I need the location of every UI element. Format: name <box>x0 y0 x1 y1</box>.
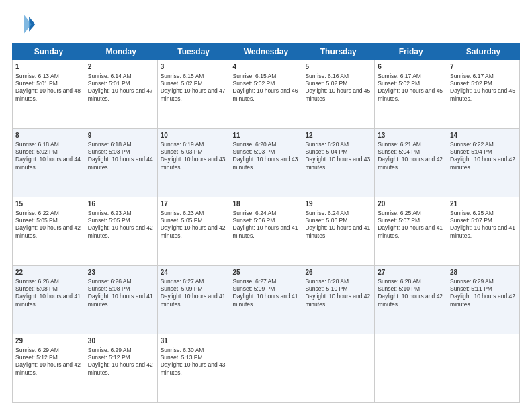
day-number: 30 <box>88 336 154 346</box>
calendar-cell: 13Sunrise: 6:21 AMSunset: 5:04 PMDayligh… <box>375 129 447 197</box>
calendar-cell: 28Sunrise: 6:29 AMSunset: 5:11 PMDayligh… <box>447 266 520 334</box>
sunset: Sunset: 5:02 PM <box>161 80 203 87</box>
calendar-cell: 18Sunrise: 6:24 AMSunset: 5:06 PMDayligh… <box>230 197 302 266</box>
sunrise: Sunrise: 6:23 AM <box>161 210 204 216</box>
daylight: Daylight: 10 hours and 45 minutes. <box>450 87 515 101</box>
day-number: 22 <box>15 268 82 277</box>
sunrise: Sunrise: 6:24 AM <box>305 210 349 216</box>
calendar-cell: 5Sunrise: 6:16 AMSunset: 5:02 PMDaylight… <box>302 60 375 129</box>
sunrise: Sunrise: 6:14 AM <box>88 73 132 79</box>
calendar-week-4: 29Sunrise: 6:29 AMSunset: 5:12 PMDayligh… <box>13 334 520 403</box>
sunrise: Sunrise: 6:28 AM <box>378 278 421 285</box>
daylight: Daylight: 10 hours and 41 minutes. <box>88 293 153 307</box>
sunset: Sunset: 5:06 PM <box>305 217 347 224</box>
day-number: 16 <box>88 199 154 209</box>
sunrise: Sunrise: 6:24 AM <box>233 210 277 216</box>
day-number: 2 <box>88 62 154 72</box>
calendar-cell: 24Sunrise: 6:27 AMSunset: 5:09 PMDayligh… <box>157 266 230 334</box>
sunset: Sunset: 5:03 PM <box>88 148 130 155</box>
calendar-cell: 17Sunrise: 6:23 AMSunset: 5:05 PMDayligh… <box>157 197 230 266</box>
day-number: 26 <box>305 268 371 277</box>
logo <box>12 12 39 36</box>
sunset: Sunset: 5:02 PM <box>378 80 420 87</box>
sunset: Sunset: 5:09 PM <box>233 285 275 292</box>
sunrise: Sunrise: 6:22 AM <box>450 141 494 148</box>
day-number: 31 <box>161 336 227 346</box>
calendar-cell: 26Sunrise: 6:28 AMSunset: 5:10 PMDayligh… <box>302 266 375 334</box>
daylight: Daylight: 10 hours and 44 minutes. <box>88 156 153 170</box>
daylight: Daylight: 10 hours and 41 minutes. <box>233 293 298 307</box>
day-number: 29 <box>15 336 82 346</box>
daylight: Daylight: 10 hours and 41 minutes. <box>233 224 298 238</box>
sunrise: Sunrise: 6:21 AM <box>378 141 421 148</box>
daylight: Daylight: 10 hours and 42 minutes. <box>15 224 81 238</box>
calendar-cell: 31Sunrise: 6:30 AMSunset: 5:13 PMDayligh… <box>157 334 230 403</box>
calendar-cell: 10Sunrise: 6:19 AMSunset: 5:03 PMDayligh… <box>157 129 230 197</box>
calendar-cell: 29Sunrise: 6:29 AMSunset: 5:12 PMDayligh… <box>13 334 85 403</box>
calendar-cell: 15Sunrise: 6:22 AMSunset: 5:05 PMDayligh… <box>13 197 85 266</box>
sunset: Sunset: 5:12 PM <box>15 354 58 361</box>
calendar-cell: 8Sunrise: 6:18 AMSunset: 5:02 PMDaylight… <box>13 129 85 197</box>
day-number: 28 <box>450 268 517 277</box>
sunset: Sunset: 5:10 PM <box>378 285 420 292</box>
calendar-cell: 9Sunrise: 6:18 AMSunset: 5:03 PMDaylight… <box>85 129 157 197</box>
sunrise: Sunrise: 6:26 AM <box>15 278 59 285</box>
sunset: Sunset: 5:02 PM <box>450 80 492 87</box>
sunset: Sunset: 5:05 PM <box>88 217 130 224</box>
calendar-cell: 21Sunrise: 6:25 AMSunset: 5:07 PMDayligh… <box>447 197 520 266</box>
header-row: SundayMondayTuesdayWednesdayThursdayFrid… <box>13 44 520 60</box>
calendar-cell: 11Sunrise: 6:20 AMSunset: 5:03 PMDayligh… <box>230 129 302 197</box>
day-header-wednesday: Wednesday <box>230 44 302 60</box>
daylight: Daylight: 10 hours and 47 minutes. <box>88 87 153 101</box>
day-header-thursday: Thursday <box>302 44 375 60</box>
calendar-cell: 7Sunrise: 6:17 AMSunset: 5:02 PMDaylight… <box>447 60 520 129</box>
daylight: Daylight: 10 hours and 43 minutes. <box>233 156 298 170</box>
day-number: 14 <box>450 131 517 140</box>
daylight: Daylight: 10 hours and 42 minutes. <box>305 293 370 307</box>
sunset: Sunset: 5:08 PM <box>88 285 130 292</box>
logo-icon <box>12 12 36 36</box>
sunrise: Sunrise: 6:29 AM <box>15 347 59 353</box>
day-number: 18 <box>233 199 300 209</box>
calendar-cell: 16Sunrise: 6:23 AMSunset: 5:05 PMDayligh… <box>85 197 157 266</box>
day-number: 12 <box>305 131 371 140</box>
daylight: Daylight: 10 hours and 45 minutes. <box>378 87 443 101</box>
calendar-table: SundayMondayTuesdayWednesdayThursdayFrid… <box>12 43 520 403</box>
sunrise: Sunrise: 6:29 AM <box>450 278 494 285</box>
daylight: Daylight: 10 hours and 47 minutes. <box>161 87 226 101</box>
sunset: Sunset: 5:04 PM <box>378 148 420 155</box>
sunset: Sunset: 5:05 PM <box>161 217 203 224</box>
day-number: 27 <box>378 268 444 277</box>
top-section <box>12 12 520 36</box>
day-header-sunday: Sunday <box>13 44 85 60</box>
daylight: Daylight: 10 hours and 44 minutes. <box>15 156 81 170</box>
sunset: Sunset: 5:03 PM <box>233 148 275 155</box>
day-number: 3 <box>161 62 227 72</box>
calendar-cell <box>230 334 302 403</box>
day-header-monday: Monday <box>85 44 157 60</box>
day-number: 11 <box>233 131 300 140</box>
calendar-cell: 4Sunrise: 6:15 AMSunset: 5:02 PMDaylight… <box>230 60 302 129</box>
day-header-tuesday: Tuesday <box>157 44 230 60</box>
daylight: Daylight: 10 hours and 41 minutes. <box>161 293 226 307</box>
daylight: Daylight: 10 hours and 42 minutes. <box>378 293 443 307</box>
sunset: Sunset: 5:02 PM <box>233 80 275 87</box>
sunrise: Sunrise: 6:30 AM <box>161 347 204 353</box>
calendar-week-0: 1Sunrise: 6:13 AMSunset: 5:01 PMDaylight… <box>13 60 520 129</box>
daylight: Daylight: 10 hours and 42 minutes. <box>378 156 443 170</box>
day-number: 7 <box>450 62 517 72</box>
day-number: 24 <box>161 268 227 277</box>
calendar-cell <box>375 334 447 403</box>
day-header-friday: Friday <box>375 44 447 60</box>
sunrise: Sunrise: 6:28 AM <box>305 278 349 285</box>
day-number: 20 <box>378 199 444 209</box>
daylight: Daylight: 10 hours and 43 minutes. <box>161 361 226 375</box>
day-number: 8 <box>15 131 82 140</box>
day-number: 23 <box>88 268 154 277</box>
day-number: 9 <box>88 131 154 140</box>
sunset: Sunset: 5:12 PM <box>88 354 130 361</box>
daylight: Daylight: 10 hours and 42 minutes. <box>450 293 515 307</box>
calendar-cell: 12Sunrise: 6:20 AMSunset: 5:04 PMDayligh… <box>302 129 375 197</box>
sunset: Sunset: 5:11 PM <box>450 285 492 292</box>
sunset: Sunset: 5:08 PM <box>15 285 58 292</box>
